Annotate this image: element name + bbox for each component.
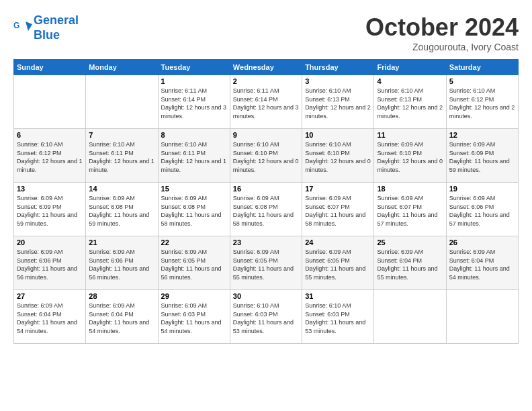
calendar-week-row: 13Sunrise: 6:09 AMSunset: 6:09 PMDayligh…	[14, 183, 519, 236]
day-info: Sunrise: 6:10 AMSunset: 6:12 PMDaylight:…	[17, 140, 83, 174]
calendar-cell	[446, 290, 518, 344]
day-number: 6	[17, 131, 83, 139]
calendar-cell: 26Sunrise: 6:09 AMSunset: 6:04 PMDayligh…	[446, 236, 518, 290]
calendar-cell: 5Sunrise: 6:10 AMSunset: 6:12 PMDaylight…	[446, 75, 518, 129]
day-info: Sunrise: 6:10 AMSunset: 6:03 PMDaylight:…	[233, 302, 299, 335]
day-number: 20	[17, 238, 83, 246]
calendar-cell: 30Sunrise: 6:10 AMSunset: 6:03 PMDayligh…	[230, 290, 302, 344]
calendar-cell: 19Sunrise: 6:09 AMSunset: 6:06 PMDayligh…	[446, 183, 518, 236]
day-number: 31	[305, 292, 371, 300]
weekday-header: Thursday	[302, 60, 374, 75]
day-number: 23	[233, 238, 299, 246]
day-number: 5	[449, 77, 515, 85]
weekday-header: Sunday	[14, 60, 86, 75]
day-info: Sunrise: 6:11 AMSunset: 6:14 PMDaylight:…	[161, 87, 227, 120]
day-number: 2	[233, 77, 299, 85]
calendar-cell: 13Sunrise: 6:09 AMSunset: 6:09 PMDayligh…	[14, 183, 86, 236]
calendar-cell: 23Sunrise: 6:09 AMSunset: 6:05 PMDayligh…	[230, 236, 302, 290]
day-number: 4	[377, 77, 443, 85]
day-info: Sunrise: 6:10 AMSunset: 6:10 PMDaylight:…	[233, 140, 299, 174]
weekday-header-row: SundayMondayTuesdayWednesdayThursdayFrid…	[14, 60, 519, 75]
day-info: Sunrise: 6:10 AMSunset: 6:10 PMDaylight:…	[305, 140, 371, 174]
calendar-cell: 29Sunrise: 6:09 AMSunset: 6:03 PMDayligh…	[158, 290, 230, 344]
weekday-header: Wednesday	[230, 60, 302, 75]
day-info: Sunrise: 6:09 AMSunset: 6:04 PMDaylight:…	[377, 248, 443, 281]
svg-text:G: G	[13, 21, 19, 30]
calendar-cell: 15Sunrise: 6:09 AMSunset: 6:08 PMDayligh…	[158, 183, 230, 236]
day-info: Sunrise: 6:09 AMSunset: 6:06 PMDaylight:…	[449, 194, 515, 228]
day-info: Sunrise: 6:11 AMSunset: 6:14 PMDaylight:…	[233, 87, 299, 120]
day-number: 14	[89, 185, 154, 193]
day-number: 16	[233, 185, 299, 193]
day-info: Sunrise: 6:09 AMSunset: 6:08 PMDaylight:…	[89, 194, 154, 228]
calendar-cell: 11Sunrise: 6:09 AMSunset: 6:10 PMDayligh…	[374, 129, 446, 183]
page-header: G General Blue October 2024 Zougourouta,…	[13, 13, 519, 52]
day-info: Sunrise: 6:09 AMSunset: 6:03 PMDaylight:…	[161, 302, 227, 335]
day-info: Sunrise: 6:09 AMSunset: 6:09 PMDaylight:…	[17, 194, 83, 228]
calendar-cell: 18Sunrise: 6:09 AMSunset: 6:07 PMDayligh…	[374, 183, 446, 236]
logo-line2: Blue	[34, 28, 60, 42]
calendar-cell: 14Sunrise: 6:09 AMSunset: 6:08 PMDayligh…	[86, 183, 158, 236]
day-info: Sunrise: 6:09 AMSunset: 6:07 PMDaylight:…	[305, 194, 371, 228]
calendar-cell: 6Sunrise: 6:10 AMSunset: 6:12 PMDaylight…	[14, 129, 86, 183]
day-info: Sunrise: 6:09 AMSunset: 6:07 PMDaylight:…	[377, 194, 443, 228]
day-number: 1	[161, 77, 227, 85]
day-number: 8	[161, 131, 227, 139]
calendar-cell: 28Sunrise: 6:09 AMSunset: 6:04 PMDayligh…	[86, 290, 158, 344]
day-info: Sunrise: 6:09 AMSunset: 6:05 PMDaylight:…	[161, 248, 227, 281]
logo-line1: General	[34, 13, 79, 27]
calendar-cell: 12Sunrise: 6:09 AMSunset: 6:09 PMDayligh…	[446, 129, 518, 183]
calendar-week-row: 6Sunrise: 6:10 AMSunset: 6:12 PMDaylight…	[14, 129, 519, 183]
weekday-header: Friday	[374, 60, 446, 75]
calendar-cell: 25Sunrise: 6:09 AMSunset: 6:04 PMDayligh…	[374, 236, 446, 290]
weekday-header: Monday	[86, 60, 158, 75]
logo-text: General Blue	[34, 13, 79, 42]
calendar-cell: 22Sunrise: 6:09 AMSunset: 6:05 PMDayligh…	[158, 236, 230, 290]
calendar-cell: 8Sunrise: 6:10 AMSunset: 6:11 PMDaylight…	[158, 129, 230, 183]
month-title: October 2024	[365, 13, 519, 42]
calendar-cell: 16Sunrise: 6:09 AMSunset: 6:08 PMDayligh…	[230, 183, 302, 236]
day-info: Sunrise: 6:10 AMSunset: 6:11 PMDaylight:…	[161, 140, 227, 174]
day-info: Sunrise: 6:09 AMSunset: 6:09 PMDaylight:…	[449, 140, 515, 174]
day-info: Sunrise: 6:09 AMSunset: 6:05 PMDaylight:…	[233, 248, 299, 281]
day-number: 15	[161, 185, 227, 193]
calendar-cell: 20Sunrise: 6:09 AMSunset: 6:06 PMDayligh…	[14, 236, 86, 290]
calendar-cell: 27Sunrise: 6:09 AMSunset: 6:04 PMDayligh…	[14, 290, 86, 344]
day-info: Sunrise: 6:09 AMSunset: 6:08 PMDaylight:…	[233, 194, 299, 228]
calendar-cell	[374, 290, 446, 344]
weekday-header: Tuesday	[158, 60, 230, 75]
calendar-week-row: 27Sunrise: 6:09 AMSunset: 6:04 PMDayligh…	[14, 290, 519, 344]
day-number: 21	[89, 238, 154, 246]
day-number: 27	[17, 292, 83, 300]
day-info: Sunrise: 6:09 AMSunset: 6:04 PMDaylight:…	[449, 248, 515, 281]
calendar-cell: 10Sunrise: 6:10 AMSunset: 6:10 PMDayligh…	[302, 129, 374, 183]
day-number: 17	[305, 185, 371, 193]
day-info: Sunrise: 6:09 AMSunset: 6:05 PMDaylight:…	[305, 248, 371, 281]
calendar-week-row: 20Sunrise: 6:09 AMSunset: 6:06 PMDayligh…	[14, 236, 519, 290]
logo-icon: G	[13, 19, 32, 38]
day-number: 13	[17, 185, 83, 193]
day-info: Sunrise: 6:09 AMSunset: 6:04 PMDaylight:…	[17, 302, 83, 335]
day-info: Sunrise: 6:10 AMSunset: 6:12 PMDaylight:…	[449, 87, 515, 120]
calendar-week-row: 1Sunrise: 6:11 AMSunset: 6:14 PMDaylight…	[14, 75, 519, 129]
day-number: 25	[377, 238, 443, 246]
day-number: 28	[89, 292, 154, 300]
title-block: October 2024 Zougourouta, Ivory Coast	[365, 13, 519, 52]
weekday-header: Saturday	[446, 60, 518, 75]
day-info: Sunrise: 6:10 AMSunset: 6:03 PMDaylight:…	[305, 302, 371, 335]
day-info: Sunrise: 6:09 AMSunset: 6:06 PMDaylight:…	[17, 248, 83, 281]
day-number: 3	[305, 77, 371, 85]
calendar-cell: 21Sunrise: 6:09 AMSunset: 6:06 PMDayligh…	[86, 236, 158, 290]
logo: G General Blue	[13, 13, 79, 42]
calendar-cell: 17Sunrise: 6:09 AMSunset: 6:07 PMDayligh…	[302, 183, 374, 236]
calendar-cell: 24Sunrise: 6:09 AMSunset: 6:05 PMDayligh…	[302, 236, 374, 290]
day-number: 29	[161, 292, 227, 300]
calendar-cell	[86, 75, 158, 129]
location-title: Zougourouta, Ivory Coast	[365, 42, 519, 52]
day-info: Sunrise: 6:10 AMSunset: 6:13 PMDaylight:…	[377, 87, 443, 120]
day-info: Sunrise: 6:10 AMSunset: 6:11 PMDaylight:…	[89, 140, 154, 174]
day-info: Sunrise: 6:09 AMSunset: 6:06 PMDaylight:…	[89, 248, 154, 281]
day-number: 10	[305, 131, 371, 139]
day-number: 22	[161, 238, 227, 246]
day-number: 9	[233, 131, 299, 139]
